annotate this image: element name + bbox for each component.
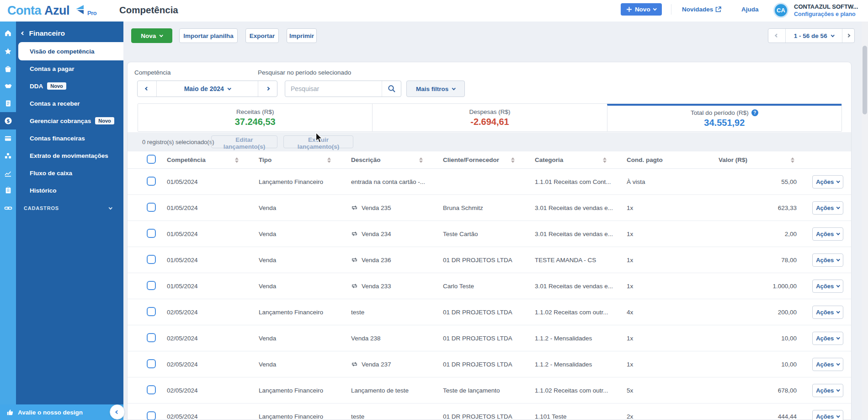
feedback-bar[interactable]: Avalie o nosso design xyxy=(0,404,123,420)
cell-cond-pagto: 2x xyxy=(627,413,719,420)
despesas-value: -2.694,61 xyxy=(470,117,509,127)
exportar-button[interactable]: Exportar xyxy=(245,28,279,43)
excluir-lancamentos-button[interactable]: Excluir lançamento(s) xyxy=(283,135,353,148)
acoes-button[interactable]: Ações xyxy=(812,410,843,420)
search-input[interactable] xyxy=(285,81,382,97)
search-button[interactable] xyxy=(382,81,401,97)
acoes-button[interactable]: Ações xyxy=(812,201,843,215)
row-checkbox[interactable] xyxy=(147,411,156,420)
avatar[interactable]: CA xyxy=(773,3,788,18)
row-checkbox[interactable] xyxy=(147,359,156,368)
mais-filtros-button[interactable]: Mais filtros xyxy=(406,81,465,97)
novo-button[interactable]: Novo xyxy=(621,3,662,16)
cell-descricao: teste xyxy=(351,413,443,420)
sort-icon[interactable] xyxy=(235,157,239,163)
sidebar-item-contas-a-receber[interactable]: Contas a receber xyxy=(16,95,123,112)
rail-link-icon[interactable] xyxy=(0,199,16,217)
cell-competencia: 01/05/2024 xyxy=(167,178,259,185)
sort-icon[interactable] xyxy=(419,157,423,163)
cell-competencia: 01/05/2024 xyxy=(167,205,259,211)
column-valor[interactable]: Valor (R$) xyxy=(719,156,798,163)
row-checkbox[interactable] xyxy=(147,255,156,264)
sidebar-collapse-button[interactable] xyxy=(110,404,125,420)
account-settings-link[interactable]: Configurações e plano xyxy=(794,11,856,17)
rail-finance-dollar-icon[interactable]: $ xyxy=(0,112,16,129)
total-periodo-card[interactable]: Total do período (R$) ? 34.551,92 xyxy=(607,104,841,131)
acoes-button[interactable]: Ações xyxy=(812,175,843,188)
sidebar-section-header[interactable]: Financeiro xyxy=(16,27,65,40)
cell-tipo: Venda xyxy=(259,335,351,342)
select-all-checkbox[interactable] xyxy=(147,155,156,164)
column-cond-pagto[interactable]: Cond. pagto xyxy=(627,156,719,163)
column-descricao[interactable]: Descrição xyxy=(351,156,443,163)
sidebar-item-contas-financeiras[interactable]: Contas financeiras xyxy=(16,129,123,147)
scrollbar-thumb[interactable] xyxy=(863,46,867,114)
editar-lancamentos-button[interactable]: Editar lançamento(s) xyxy=(211,135,277,148)
sidebar-item-dda[interactable]: DDANovo xyxy=(16,77,123,95)
row-checkbox[interactable] xyxy=(147,229,156,238)
sidebar-item-visao-de-competencia[interactable]: Visão de competência xyxy=(18,42,123,60)
sort-icon[interactable] xyxy=(327,157,331,163)
acoes-button[interactable]: Ações xyxy=(812,280,843,293)
pagination-prev-button[interactable] xyxy=(768,29,785,43)
account-name: CONTAAZUL SOFTW... xyxy=(794,3,858,10)
sort-icon[interactable] xyxy=(511,157,515,163)
row-checkbox[interactable] xyxy=(147,307,156,316)
sort-icon[interactable] xyxy=(791,157,794,163)
novidades-link[interactable]: Novidades xyxy=(682,6,721,13)
receitas-label: Receitas (R$) xyxy=(236,108,274,115)
cell-cliente-fornecedor: 01 DR PROJETOS LTDA xyxy=(443,413,535,420)
acoes-button[interactable]: Ações xyxy=(812,227,843,241)
summary-cards: Receitas (R$) 37.246,53 Despesas (R$) -2… xyxy=(138,103,842,132)
ajuda-link[interactable]: Ajuda xyxy=(741,6,759,13)
row-checkbox[interactable] xyxy=(147,203,156,212)
acoes-button[interactable]: Ações xyxy=(812,384,843,397)
column-categoria[interactable]: Categoria xyxy=(535,156,627,163)
acoes-button[interactable]: Ações xyxy=(812,332,843,345)
period-prev-button[interactable] xyxy=(138,81,156,97)
sidebar-item-contas-a-pagar[interactable]: Contas a pagar xyxy=(16,60,123,77)
chevron-down-icon xyxy=(836,362,840,366)
period-next-button[interactable] xyxy=(258,81,277,97)
sidebar-item-extrato-de-movimentacoes[interactable]: Extrato de movimentações xyxy=(16,147,123,164)
sidebar-item-cadastros[interactable]: CADASTROS xyxy=(16,199,123,217)
period-dropdown[interactable]: Maio de 2024 xyxy=(156,81,258,97)
help-icon[interactable]: ? xyxy=(751,109,758,116)
pagination-next-button[interactable] xyxy=(842,29,854,43)
chevron-down-icon xyxy=(836,284,840,287)
contaazul-logo[interactable]: Conta Azul Pro xyxy=(7,3,96,18)
rail-people-icon[interactable] xyxy=(0,147,16,164)
sidebar-item-gerenciar-cobrancas[interactable]: Gerenciar cobrançasNovo xyxy=(16,112,123,129)
rail-shopping-icon[interactable] xyxy=(0,60,16,77)
row-checkbox[interactable] xyxy=(147,177,156,186)
column-cliente-fornecedor[interactable]: Cliente/Fornecedor xyxy=(443,156,535,163)
pagination-range-dropdown[interactable]: 1 - 56 de 56 xyxy=(785,29,842,43)
sort-icon[interactable] xyxy=(603,157,607,163)
acoes-button[interactable]: Ações xyxy=(812,253,843,267)
rail-card-icon[interactable] xyxy=(0,129,16,147)
rail-clipboard-icon[interactable] xyxy=(0,182,16,199)
table-row: 01/05/2024 Venda Venda 233 Carlo Teste 3… xyxy=(128,273,851,299)
cell-tipo: Lançamento Financeiro xyxy=(259,387,351,394)
rail-chart-icon[interactable] xyxy=(0,164,16,182)
row-checkbox[interactable] xyxy=(147,385,156,394)
rail-handshake-icon[interactable] xyxy=(0,77,16,95)
imprimir-button[interactable]: Imprimir xyxy=(287,28,317,43)
rail-home-icon[interactable] xyxy=(0,24,16,42)
rail-star-icon[interactable] xyxy=(0,43,16,60)
rail-document-icon[interactable] xyxy=(0,95,16,112)
row-checkbox[interactable] xyxy=(147,333,156,342)
receitas-card[interactable]: Receitas (R$) 37.246,53 xyxy=(138,104,372,131)
nova-button[interactable]: Nova xyxy=(131,28,172,43)
despesas-card[interactable]: Despesas (R$) -2.694,61 xyxy=(372,104,607,131)
cell-competencia: 02/05/2024 xyxy=(167,309,259,316)
row-checkbox[interactable] xyxy=(147,281,156,290)
acoes-button[interactable]: Ações xyxy=(812,306,843,319)
sidebar-item-historico[interactable]: Histórico xyxy=(16,182,123,199)
column-tipo[interactable]: Tipo xyxy=(259,156,351,163)
table-row: 02/05/2024 Lançamento Financeiro teste 0… xyxy=(128,299,851,325)
importar-planilha-button[interactable]: Importar planilha xyxy=(179,28,238,43)
column-competencia[interactable]: Competência xyxy=(167,156,259,163)
sidebar-item-fluxo-de-caixa[interactable]: Fluxo de caixa xyxy=(16,164,123,182)
acoes-button[interactable]: Ações xyxy=(812,358,843,371)
